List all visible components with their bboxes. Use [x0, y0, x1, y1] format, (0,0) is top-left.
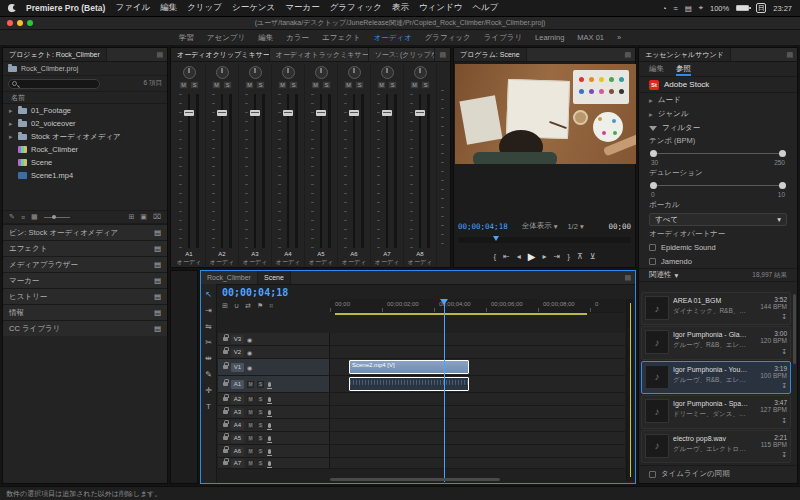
volume-fader[interactable] [206, 92, 238, 250]
mute-button[interactable]: M [377, 81, 386, 89]
eye-icon[interactable]: ◉ [247, 336, 252, 343]
volume-fader[interactable] [305, 92, 337, 250]
volume-fader[interactable] [239, 92, 271, 250]
selection-tool[interactable]: ↖ [205, 290, 212, 299]
hand-tool[interactable]: ✛ [205, 386, 212, 395]
mic-icon[interactable] [268, 382, 271, 387]
panel-menu-icon[interactable]: ▤ [154, 228, 161, 237]
panel-menu-icon[interactable]: ▤ [154, 308, 161, 317]
stacked-panel-bin[interactable]: ビン: Stock オーディオメディア▤ [3, 224, 167, 240]
lock-icon[interactable] [223, 382, 228, 386]
twirl-icon[interactable]: ▸ [9, 107, 14, 115]
solo-button[interactable]: S [257, 422, 264, 429]
duration-max-handle[interactable] [779, 182, 786, 189]
lock-icon[interactable] [223, 337, 228, 341]
tab-program-monitor[interactable]: プログラム: Scene [454, 48, 527, 61]
workspace-audio[interactable]: オーディオ [373, 33, 411, 43]
mute-button[interactable]: M [212, 81, 221, 89]
menu-graphics[interactable]: グラフィック [330, 2, 382, 14]
mark-in-button[interactable]: { [493, 252, 496, 261]
video-clip[interactable]: Scene2.mp4 [V] [349, 360, 469, 374]
stacked-panel-cc-libraries[interactable]: CC ライブラリ▤ [3, 320, 167, 336]
stacked-panel-history[interactable]: ヒストリー▤ [3, 288, 167, 304]
lock-icon[interactable] [223, 410, 228, 414]
list-view-icon[interactable]: ≡ [21, 214, 25, 221]
video-track-lane[interactable] [330, 346, 625, 358]
search-icon[interactable]: ⌖ [699, 3, 703, 13]
app-menu[interactable]: Premiere Pro (Beta) [26, 3, 105, 13]
timeline-settings-icon[interactable]: ⌗ [269, 302, 273, 310]
mic-icon[interactable] [268, 423, 271, 428]
mood-filter-row[interactable]: ▸ムード [639, 93, 797, 107]
icon-view-icon[interactable]: ▦ [31, 213, 38, 221]
subtab-edit[interactable]: 編集 [649, 64, 664, 74]
checkbox[interactable] [649, 258, 656, 265]
track-badge[interactable]: A3 [231, 408, 244, 417]
mark-out-button[interactable]: } [567, 252, 570, 261]
tab-source-monitor[interactable]: ソース: (クリップなし) [369, 48, 436, 61]
mic-icon[interactable] [268, 397, 271, 402]
volume-icon[interactable]: ≈ [674, 4, 678, 13]
solo-button[interactable]: S [256, 81, 265, 89]
mute-button[interactable]: M [344, 81, 353, 89]
fader-thumb[interactable] [349, 110, 359, 116]
twirl-icon[interactable]: ▸ [9, 133, 14, 141]
project-item[interactable]: Scene1.mp4 [3, 169, 167, 182]
time-ruler[interactable]: 00;00 00;00;02;00 00;00;04;00 00;00;06;0… [330, 285, 625, 313]
project-item[interactable]: Scene [3, 156, 167, 169]
solo-button[interactable]: S [257, 381, 264, 388]
panel-menu-icon[interactable]: ▤ [435, 48, 450, 61]
program-video-frame[interactable] [455, 64, 636, 164]
track-select-tool[interactable]: ⇥ [205, 306, 212, 315]
snap-icon[interactable]: ∪ [234, 302, 239, 310]
pan-knob[interactable] [183, 66, 196, 79]
workspace-graphics[interactable]: グラフィック [425, 33, 471, 43]
add-marker-icon[interactable]: ⚑ [257, 302, 263, 310]
audio-track-item[interactable]: ♪Igor Pumphonia - Glamor in Life (O…グルーヴ… [641, 326, 791, 359]
audio-clip[interactable] [349, 377, 469, 391]
pan-knob[interactable] [249, 66, 262, 79]
fader-thumb[interactable] [184, 110, 194, 116]
lift-button[interactable]: ⊼ [577, 252, 583, 261]
download-icon[interactable]: ↧ [781, 382, 787, 390]
video-track-lane[interactable] [330, 333, 625, 345]
audio-track-lane[interactable] [330, 393, 625, 405]
solo-button[interactable]: S [289, 81, 298, 89]
track-badge[interactable]: A6 [231, 447, 244, 456]
volume-fader[interactable] [371, 92, 403, 250]
solo-button[interactable]: S [421, 81, 430, 89]
twirl-icon[interactable]: ▸ [9, 120, 14, 128]
fader-thumb[interactable] [316, 110, 326, 116]
download-icon[interactable]: ↧ [781, 313, 787, 321]
lock-icon[interactable] [223, 350, 228, 354]
nest-icon[interactable]: ⊞ [222, 302, 228, 310]
mute-button[interactable]: M [247, 460, 254, 467]
scrub-playhead[interactable] [493, 236, 499, 241]
workspace-learning[interactable]: Learning [535, 33, 564, 42]
volume-fader[interactable] [338, 92, 370, 250]
column-header-name[interactable]: 名前 [3, 92, 167, 104]
zoom-slider[interactable] [44, 217, 70, 218]
mic-icon[interactable] [268, 461, 271, 466]
genre-filter-row[interactable]: ▸ジャンル [639, 107, 797, 121]
pan-knob[interactable] [381, 66, 394, 79]
menu-marker[interactable]: マーカー [285, 2, 319, 14]
tab-project[interactable]: プロジェクト: Rock_Climber [3, 48, 107, 61]
mute-button[interactable]: M [247, 422, 254, 429]
tempo-range-slider[interactable]: 30 250 [651, 147, 785, 167]
project-item[interactable]: ▸Stock オーディオメディア [3, 130, 167, 143]
fader-thumb[interactable] [250, 110, 260, 116]
solo-button[interactable]: S [355, 81, 364, 89]
download-icon[interactable]: ↧ [781, 417, 787, 425]
checkbox[interactable] [649, 244, 656, 251]
zoom-level-dropdown[interactable]: 全体表示▾ [522, 221, 558, 231]
menu-window[interactable]: ウィンドウ [419, 2, 463, 14]
audio-track-item[interactable]: ♪Igor Pumphonia - Space Zone IO(O…ドリーミー、… [641, 395, 791, 428]
project-item[interactable]: ▸01_Footage [3, 104, 167, 117]
ripple-edit-tool[interactable]: ⇋ [205, 322, 212, 331]
download-icon[interactable]: ↧ [781, 348, 787, 356]
panel-menu-icon[interactable]: ▤ [620, 48, 635, 61]
mute-button[interactable]: M [245, 81, 254, 89]
project-item[interactable]: Rock_Climber [3, 143, 167, 156]
panel-menu-icon[interactable]: ▤ [154, 324, 161, 333]
